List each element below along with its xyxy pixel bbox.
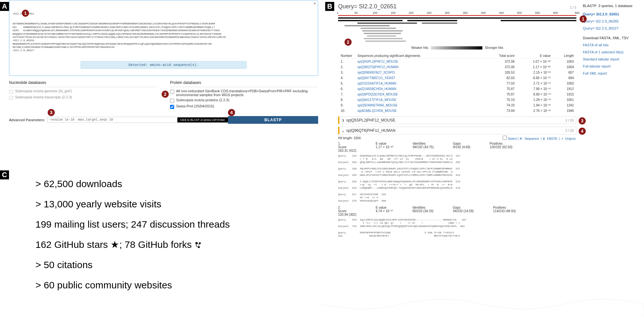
select-label: Select	[508, 137, 517, 140]
sequence-link[interactable]: Sequence	[525, 137, 539, 140]
badge-b3: 3	[579, 117, 586, 124]
uniprot-link[interactable]: Uniprot	[565, 137, 575, 140]
query-link-1[interactable]: Query= SI2.2.0_06285	[583, 19, 638, 23]
badge-a4: 4	[228, 109, 235, 116]
hit-table: Number Sequences producing significant a…	[338, 53, 576, 114]
hit-link[interactable]: sp|Q96QT6|PHF12_HUMAN	[357, 65, 398, 69]
query-link-0[interactable]: Query= SI2.2.0_02651	[583, 12, 638, 16]
stat-visits: > 13,000 yearly website visits	[35, 194, 230, 214]
close-icon[interactable]: ×	[314, 2, 316, 7]
panel-b: Query= SI2.2.0_02651 1 / 3 BLASTP: 3 que…	[335, 0, 638, 238]
stat-downloads: > 62,500 downloads	[35, 174, 230, 194]
legend-weak: Weaker hits	[411, 46, 428, 50]
eye-icon: 👁	[519, 137, 523, 140]
hit-counter-1: 1 / 10	[565, 119, 573, 122]
right-rail: BLASTP: 3 queries, 1 database Query= SI2…	[583, 4, 638, 78]
panel-c-label: C	[0, 170, 9, 179]
hit-length: Hit length: 1004	[338, 136, 361, 140]
stats-row-1: 1. Score163.31 (412) E value1.17 × 10⁻⁴⁰…	[338, 142, 576, 152]
download-icon: ⬇	[543, 137, 545, 140]
legend-gradient	[431, 46, 482, 50]
click-hint: Click to BLAST or press Ctrl+Enter.	[177, 117, 228, 122]
blast-button[interactable]: BLASTP	[228, 116, 318, 124]
table-row: 7.sp|Q6PDQ2|CHD4_MOUSE75.878.69 × 10⁻¹³1…	[339, 92, 576, 97]
stat-citations: > 50 citations	[35, 255, 230, 275]
query-page-counter: 1 / 3	[570, 6, 576, 9]
hit-link[interactable]: sp|Q64127|TIF1A_MOUSE	[357, 98, 396, 102]
protein-header: Protein databases	[170, 80, 318, 85]
table-row: 6.sp|Q14839|CHD4_HUMAN75.877.90 × 10⁻¹³1…	[339, 86, 576, 91]
protein-db-column: 2 Protein databases All non-redundant Ge…	[170, 80, 318, 110]
table-row: 10.sp|A2ABL1|CHD5_MOUSE73.942.76 × 10⁻¹²…	[339, 108, 576, 113]
table-row: 1.sp|Q5SPL2|PHF12_MOUSE372.061.07 × 10⁻⁴…	[339, 59, 576, 64]
badge-b1: 1	[580, 15, 587, 23]
table-row: 2.sp|Q96QT6|PHF12_HUMAN372.061.17 × 10⁻⁴…	[339, 65, 576, 69]
alignment-graphic	[338, 17, 576, 42]
dl-link-2[interactable]: Standard tabular report	[583, 57, 638, 61]
wave-cutoff	[322, 294, 644, 317]
select-hit-checkbox[interactable]	[503, 136, 507, 140]
table-row: 9.sp|Q924W6|TRI66_MOUSE74.331.94 × 10⁻¹²…	[339, 103, 576, 108]
hit-link[interactable]: sp|Q04779|RCO1_YEAST	[357, 76, 395, 80]
th-number: Number	[339, 53, 355, 59]
badge-a2: 2	[162, 91, 169, 98]
dl-link-4[interactable]: Full XML report	[583, 71, 638, 75]
hit-counter-2: 2 / 10	[565, 129, 573, 132]
download-header: Download FASTA, XML, TSV	[583, 36, 638, 40]
panel-a-label: A	[0, 2, 9, 11]
stats-row-2: 2. Score120.94 (302) E value4.74 × 10⁻²⁷…	[338, 206, 576, 216]
stat-mailing: 199 mailing list users; 247 discussion t…	[35, 214, 230, 234]
hit-link[interactable]: sp|O15164|TIF1A_HUMAN	[357, 82, 396, 85]
hit-legend: Weaker hits Stronger hits	[335, 46, 580, 50]
db-item-prot-0[interactable]: All non-redundant GenBank CDS translatio…	[170, 89, 318, 97]
nucleotide-header: Nucleotide databases	[9, 80, 157, 85]
hit-link[interactable]: sp|Q14839|CHD4_HUMAN	[357, 87, 396, 91]
hit-detail: Hit length: 1004 Select | 👁 Sequence | ⬇…	[338, 136, 576, 238]
db-item-prot-1[interactable]: Solenopsis invicta proteins (2.2.3)	[170, 98, 318, 103]
table-row: 5.sp|O15164|TIF1A_HUMAN77.032.71 × 10⁻¹³…	[339, 81, 576, 86]
chevron-down-icon: ⌄	[342, 128, 344, 133]
badge-b4: 4	[579, 128, 586, 135]
hit-link[interactable]: sp|A2ABL1|CHD5_MOUSE	[357, 109, 397, 113]
fork-icon	[194, 241, 202, 249]
alignment-2: Query 444 IQLLERPVLEALAQQRLEOILNPD-EEDYK…	[338, 218, 576, 238]
table-row: 4.sp|Q04779|RCO1_YEAST82.036.68 × 10⁻¹⁵6…	[339, 76, 576, 80]
chevron-right-icon: ❯	[342, 118, 344, 122]
th-seq: Sequences producing significant alignmen…	[355, 53, 487, 59]
table-row: 8.sp|Q64127|TIF1A_MOUSE75.101.28 × 10⁻¹²…	[339, 97, 576, 102]
table-row: 3.sp|Q09698|YA27_SCHPO105.532.15 × 10⁻²²…	[339, 70, 576, 75]
hit-collapsed[interactable]: ❯sp|Q5SPL2|PHF12_MOUSE 1 / 10 3	[338, 116, 576, 124]
detected-banner: Detected: amino-acid sequence(s).	[80, 61, 247, 69]
hit-link[interactable]: sp|Q5SPL2|PHF12_MOUSE	[357, 60, 398, 63]
advanced-params-label: Advanced Parameters:	[9, 118, 45, 122]
hit-link[interactable]: sp|Q924W6|TRI66_MOUSE	[357, 104, 398, 107]
panel-c: > 62,500 downloads > 13,000 yearly websi…	[35, 174, 230, 295]
fasta-body: ASTNARACRDGNRWVFSLSXAALSFADFDSRSPCMSRSTL…	[13, 22, 315, 52]
dl-link-3[interactable]: Full tabular report	[583, 64, 638, 68]
stat-github: 162 GitHub stars ★; 78 GitHub forks	[35, 234, 230, 255]
dl-link-0[interactable]: FASTA of all hits	[583, 43, 638, 47]
query-link-2[interactable]: Query= SI2.2.0_80227	[583, 26, 638, 30]
hit-open[interactable]: ⌄sp|Q96QT6|PHF12_HUMAN 2 / 10 4	[338, 127, 576, 134]
nucleotide-db-column: Nucleotide databases Solenopsis invicta …	[9, 80, 157, 110]
dl-link-1[interactable]: FASTA of 1 selected hit(s)	[583, 50, 638, 54]
rail-header: BLASTP: 3 queries, 1 database	[583, 4, 638, 8]
fasta-link[interactable]: FASTA	[547, 137, 557, 140]
hit-link[interactable]: sp|Q6PDQ2|CHD4_MOUSE	[357, 93, 398, 96]
sequence-textarea[interactable]: × >SI2.2.0_02651 ASTNARACRDGNRWVFSLSXAAL…	[9, 0, 318, 76]
db-item-nuc-0[interactable]: Solenopsis invicta genome (Si_gnF)	[9, 89, 157, 94]
db-item-nuc-1[interactable]: Solenopsis invicta transcripts (2.2.3)	[9, 95, 157, 100]
panel-a: × >SI2.2.0_02651 ASTNARACRDGNRWVFSLSXAAL…	[9, 0, 318, 124]
advanced-params-input[interactable]	[47, 117, 177, 123]
badge-a1: 1	[22, 10, 29, 17]
th-evalue: E value	[517, 53, 553, 59]
db-item-prot-2[interactable]: Swiss-Prot (25/04/2015)	[170, 104, 318, 109]
stat-community: > 60 public community websites	[35, 275, 230, 295]
external-icon: ↗	[561, 137, 563, 140]
panel-b-label: B	[325, 2, 334, 11]
badge-b2: 2	[345, 39, 352, 46]
hit-link[interactable]: sp|Q09698|YA27_SCHPO	[357, 71, 395, 74]
alignment-ruler: 150100150200250300350400450500550600660	[338, 11, 576, 16]
th-length: Length	[553, 53, 576, 59]
alignment-1: Query 142 EKKKRSALEVLTLAAALVNPREFELPKELQ…	[338, 154, 576, 203]
